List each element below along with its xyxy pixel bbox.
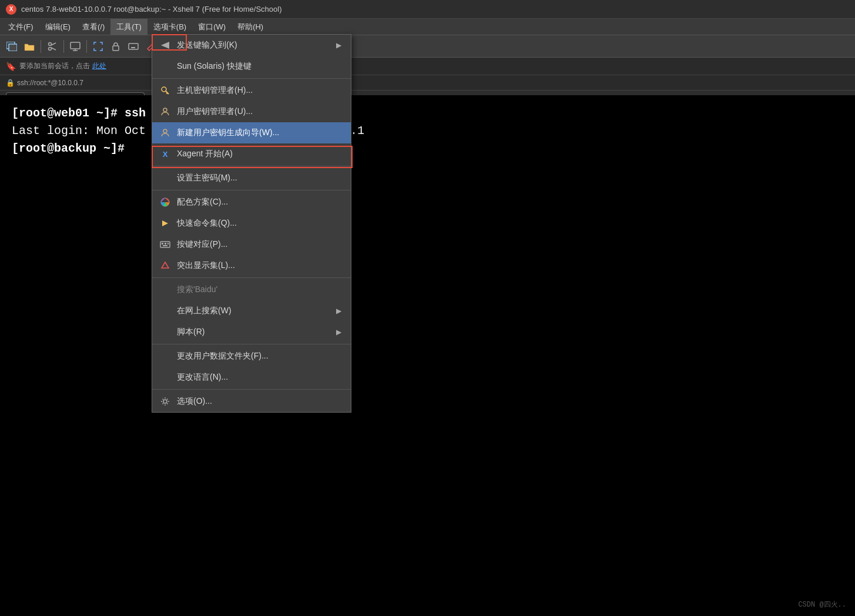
menu-change-language[interactable]: 更改语言(N)... [152,367,351,388]
menu-xagent[interactable]: X Xagent 开始(A) [152,143,351,165]
menu-options[interactable]: 选项(O)... [152,391,351,412]
search-web-arrow: ▶ [336,307,341,315]
svg-point-38 [163,400,167,403]
menu-highlight[interactable]: 突出显示集(L)... [152,255,351,276]
menu-search-web-label: 在网上搜索(W) [177,306,330,316]
host-key-icon [159,85,171,96]
menu-edit[interactable]: 编辑(E) [39,19,76,35]
user-key-icon [159,106,171,118]
session-bar: 🔖 要添加当前会话，点击 此处 [0,58,855,75]
xagent-icon: X [159,148,171,160]
menu-key-mapping[interactable]: 按键对应(P)... [152,234,351,255]
lock-button[interactable] [108,38,124,55]
menu-quick-commands[interactable]: 快速命令集(Q)... [152,213,351,234]
keyboard-button[interactable] [125,38,142,55]
highlight-icon [159,260,171,272]
fullscreen-button[interactable] [90,38,106,55]
ssh-session-row: 🔒 ssh://root:*@10.0.0.7 [0,75,855,91]
svg-rect-37 [163,245,167,246]
monitor-button[interactable] [67,38,83,55]
svg-rect-6 [71,42,80,49]
scissors-button[interactable] [44,38,61,55]
menu-quick-commands-label: 快速命令集(Q)... [177,218,341,229]
send-key-arrow: ▶ [336,41,341,49]
menu-change-userdata[interactable]: 更改用户数据文件夹(F)... [152,346,351,367]
menu-change-language-label: 更改语言(N)... [177,372,341,383]
toolbar-separator-3 [86,40,87,53]
menu-highlight-label: 突出显示集(L)... [177,260,341,271]
window-title: centos 7.8-web01-10.0.0.7 root@backup:~ … [21,5,282,14]
menu-help[interactable]: 帮助(H) [232,19,269,35]
quick-commands-icon [159,217,171,229]
session-bar-link[interactable]: 此处 [92,61,106,71]
svg-point-26 [162,87,166,92]
svg-rect-9 [113,46,119,51]
app-icon: X [6,4,16,15]
terminal-area[interactable]: [root@web01 ~]# ssh root@10.0.0.41 Last … [0,95,855,616]
menu-view[interactable]: 查看(/) [76,19,110,35]
svg-rect-10 [129,43,138,49]
svg-marker-25 [161,42,169,49]
key-mapping-icon [159,239,171,250]
menu-color-scheme[interactable]: 配色方案(C)... [152,192,351,213]
svg-rect-34 [162,243,163,245]
terminal-line-3: [root@backup ~]# [12,140,843,158]
search-baidu-icon [159,284,171,296]
menu-sun-solaris-label: Sun (Solaris) 快捷键 [177,61,341,72]
menu-set-master-pwd-label: 设置主密码(M)... [177,173,341,183]
menu-new-user-key-label: 新建用户密钥生成向导(W)... [177,128,341,138]
toolbar-separator-2 [63,40,64,53]
separator-2 [152,166,351,166]
menu-options-label: 选项(O)... [177,396,341,407]
menu-scripts[interactable]: 脚本(R) ▶ [152,322,351,343]
watermark: CSDN @四火.. [798,600,846,610]
open-folder-button[interactable] [21,38,38,55]
menu-key-mapping-label: 按键对应(P)... [177,239,341,250]
separator-6 [152,389,351,390]
scripts-icon [159,326,171,338]
terminal-line-1: [root@web01 ~]# ssh root@10.0.0.41 [12,105,843,122]
change-userdata-icon [159,350,171,362]
toolbar: ? [0,35,855,58]
menu-send-key-label: 发送键输入到(K) [177,40,330,51]
svg-point-3 [49,47,52,50]
menu-change-userdata-label: 更改用户数据文件夹(F)... [177,351,341,361]
menu-search-web[interactable]: 在网上搜索(W) ▶ [152,300,351,322]
svg-marker-32 [162,220,168,226]
title-bar: X centos 7.8-web01-10.0.0.7 root@backup:… [0,0,855,19]
menu-bar: 文件(F) 编辑(E) 查看(/) 工具(T) 选项卡(B) 窗口(W) 帮助(… [0,19,855,35]
menu-window[interactable]: 窗口(W) [192,19,232,35]
menu-host-key[interactable]: 主机密钥管理者(H)... [152,80,351,101]
svg-rect-1 [9,44,17,51]
toolbar-separator-1 [41,40,41,53]
menu-send-key[interactable]: 发送键输入到(K) ▶ [152,35,351,56]
menu-color-scheme-label: 配色方案(C)... [177,197,341,207]
menu-file[interactable]: 文件(F) [2,19,39,35]
menu-user-key-label: 用户密钥管理者(U)... [177,106,341,117]
sun-icon [159,61,171,72]
menu-new-user-key[interactable]: 新建用户密钥生成向导(W)... [152,122,351,143]
separator-1 [152,78,351,79]
options-icon [159,396,171,407]
menu-host-key-label: 主机密钥管理者(H)... [177,85,341,96]
menu-sun-solaris[interactable]: Sun (Solaris) 快捷键 [152,56,351,77]
menu-scripts-label: 脚本(R) [177,327,330,337]
separator-5 [152,344,351,344]
menu-search-baidu: 搜索'Baidu' [152,279,351,300]
svg-rect-35 [165,243,166,245]
svg-point-30 [163,129,167,133]
ssh-session-text: ssh://root:*@10.0.0.7 [17,79,83,87]
menu-tools[interactable]: 工具(T) [110,19,147,35]
menu-tabs[interactable]: 选项卡(B) [147,19,192,35]
menu-set-master-pwd[interactable]: 设置主密码(M)... [152,168,351,189]
search-web-icon [159,305,171,317]
session-bar-text: 要添加当前会话，点击 [19,61,90,71]
separator-3 [152,190,351,190]
master-pwd-icon [159,172,171,184]
menu-search-baidu-label: 搜索'Baidu' [177,284,341,295]
menu-user-key[interactable]: 用户密钥管理者(U)... [152,101,351,122]
tools-dropdown-menu: 发送键输入到(K) ▶ Sun (Solaris) 快捷键 主机密钥管理者(H)… [152,34,351,413]
new-session-button[interactable] [4,38,20,55]
svg-rect-36 [167,243,169,245]
color-scheme-icon [159,196,171,208]
